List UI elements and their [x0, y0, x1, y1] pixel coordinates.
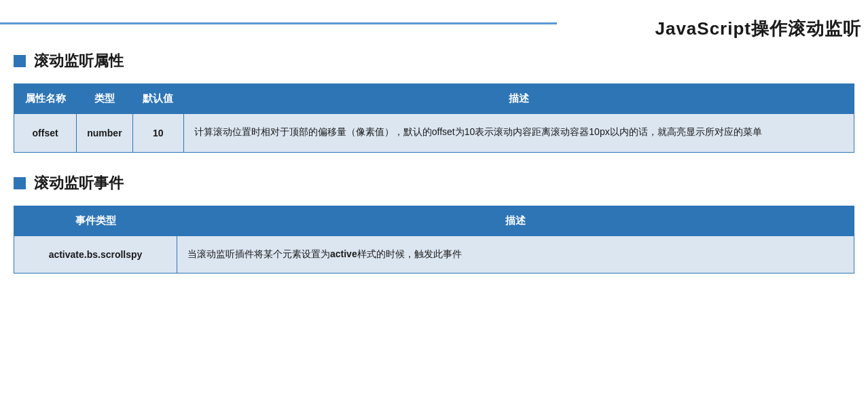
- cell-description: 计算滚动位置时相对于顶部的偏移量（像素值），默认的offset为10表示滚动内容…: [183, 114, 854, 153]
- col-header-type: 类型: [77, 84, 132, 114]
- col-header-desc: 描述: [183, 84, 854, 114]
- event-type-cell: activate.bs.scrollspy: [14, 236, 177, 274]
- cell-name: offset: [14, 114, 77, 153]
- property-name: offset: [33, 128, 58, 138]
- section2: 滚动监听事件 事件类型 描述 activate.bs.scrollspy: [14, 173, 854, 274]
- table-header-row: 属性名称 类型 默认值 描述: [14, 84, 854, 114]
- event-type: activate.bs.scrollspy: [49, 249, 143, 260]
- table-row: offset number 10 计算滚动位置时相对于顶部的偏移量（像素值），默…: [14, 114, 854, 153]
- section1-heading: 滚动监听属性: [14, 51, 854, 71]
- property-description: 计算滚动位置时相对于顶部的偏移量（像素值），默认的offset为10表示滚动内容…: [194, 126, 762, 137]
- page-container: JavaScript操作滚动监听 滚动监听属性 属性名称 类型 默认值 描述 o…: [0, 17, 868, 414]
- active-text: active: [330, 248, 357, 259]
- event-table-row: activate.bs.scrollspy 当滚动监听插件将某个元素设置为act…: [14, 236, 854, 274]
- events-header-row: 事件类型 描述: [14, 206, 854, 236]
- col-header-default: 默认值: [132, 84, 183, 114]
- col-header-name: 属性名称: [14, 84, 77, 114]
- event-col-header-type: 事件类型: [14, 206, 177, 236]
- event-col-header-desc: 描述: [177, 206, 854, 236]
- section1-icon: [14, 55, 26, 67]
- section2-heading: 滚动监听事件: [14, 173, 854, 193]
- section1-heading-text: 滚动监听属性: [34, 51, 124, 71]
- event-description: 当滚动监听插件将某个元素设置为active样式的时候，触发此事件: [187, 248, 462, 259]
- section2-icon: [14, 177, 26, 189]
- property-type: number: [87, 128, 122, 138]
- cell-default: 10: [132, 114, 183, 153]
- events-table: 事件类型 描述 activate.bs.scrollspy 当滚动监听插件将某个…: [14, 206, 854, 274]
- top-decorative-line: [0, 22, 557, 24]
- section2-heading-text: 滚动监听事件: [34, 173, 124, 193]
- property-default: 10: [153, 128, 164, 138]
- properties-table: 属性名称 类型 默认值 描述 offset number 10: [14, 83, 854, 153]
- event-desc-cell: 当滚动监听插件将某个元素设置为active样式的时候，触发此事件: [177, 236, 854, 274]
- page-title: JavaScript操作滚动监听: [655, 17, 861, 41]
- cell-type: number: [77, 114, 132, 153]
- main-content: 滚动监听属性 属性名称 类型 默认值 描述 offset number: [0, 17, 868, 287]
